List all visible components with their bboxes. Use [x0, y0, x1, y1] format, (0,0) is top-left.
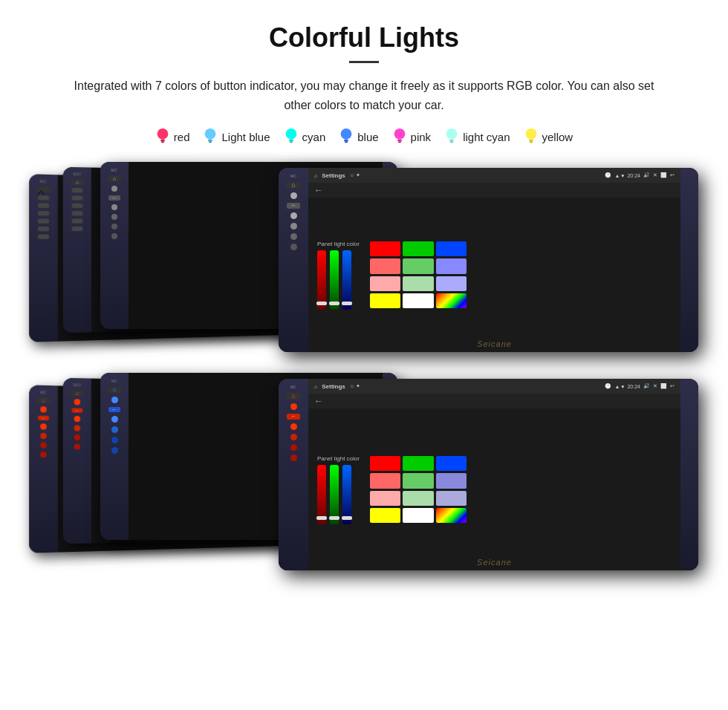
- title-divider: [349, 61, 379, 63]
- color-indicators-row: red Light blue cyan: [30, 128, 698, 146]
- bot-palette-rainbow[interactable]: [436, 508, 467, 523]
- svg-rect-4: [209, 140, 213, 142]
- time-display: 20:24: [627, 173, 640, 178]
- bot-feat-vol2-dot: [290, 455, 297, 461]
- feature-vol2-dot: [290, 244, 297, 250]
- top-d2-vol2-btn: [71, 227, 82, 231]
- feature-menu-dot: [290, 223, 297, 229]
- palette-lightgreen[interactable]: [403, 276, 433, 291]
- red-slider[interactable]: [317, 250, 326, 310]
- bot-feature-device: MC ⌂ ← ⌂ Settings ☼: [279, 379, 698, 570]
- svg-rect-11: [345, 142, 348, 143]
- bot-d1-home2: [40, 423, 47, 430]
- blue-slider-handle[interactable]: [342, 302, 352, 305]
- bot-palette-lightgreen[interactable]: [403, 491, 433, 506]
- svg-rect-1: [160, 140, 165, 142]
- header: Colorful Lights Integrated with 7 colors…: [30, 22, 698, 114]
- palette-lightblue[interactable]: [436, 276, 467, 291]
- palette-pink[interactable]: [370, 258, 400, 273]
- blue-bulb-icon: [339, 128, 354, 146]
- bot-screen-subbar: ←: [308, 394, 680, 408]
- blue-slider[interactable]: [342, 250, 351, 310]
- top-d3-mc-label: MC: [111, 168, 118, 172]
- svg-point-15: [446, 128, 458, 140]
- top-d1-home-btn: ⌂: [37, 187, 50, 193]
- bot-palette-purple[interactable]: [436, 473, 467, 488]
- top-d1-menu-btn: [38, 219, 49, 224]
- bot-red-handle[interactable]: [316, 516, 327, 520]
- top-d3-back-btn: ←: [108, 195, 120, 201]
- bot-palette-lightpink[interactable]: [370, 491, 400, 506]
- lightblue-bulb-icon: [203, 128, 218, 146]
- color-label-red: red: [174, 131, 190, 143]
- palette-yellow[interactable]: [370, 293, 400, 308]
- bot-green-slider[interactable]: [330, 465, 339, 524]
- top-devices-row: MC ⌂ RST ⌂: [30, 162, 698, 362]
- signal-icons: ▲ ♥: [614, 173, 624, 178]
- bot-feat-mc: MC: [290, 385, 296, 389]
- bot-blue-handle[interactable]: [342, 516, 352, 520]
- bot-palette-mint[interactable]: [403, 473, 433, 488]
- bot-red-slider[interactable]: [317, 465, 326, 524]
- top-d1-vol1-btn: [38, 227, 49, 231]
- bot-time: 20:24: [627, 384, 640, 389]
- bot-feat-vol1-dot: [290, 444, 297, 451]
- speaker-icon: 🔊: [643, 172, 650, 178]
- color-item-lightblue: Light blue: [203, 128, 270, 146]
- bot-d2-home2: [74, 416, 80, 422]
- top-d2-menu-btn: [71, 211, 82, 215]
- bot-d1-vol2: [40, 452, 47, 457]
- top-d3-vol1-dot: [111, 224, 117, 229]
- bot-green-handle[interactable]: [329, 516, 339, 520]
- bot-palette-green[interactable]: [403, 456, 433, 471]
- color-label-yellow: yellow: [542, 131, 573, 143]
- top-d2-vol1-btn: [71, 219, 82, 224]
- bot-palette-lightblue[interactable]: [436, 491, 467, 506]
- svg-rect-5: [209, 142, 212, 143]
- svg-point-0: [157, 128, 168, 140]
- green-slider-handle[interactable]: [329, 302, 339, 305]
- bot-d3-menu: [111, 426, 118, 433]
- palette-purple[interactable]: [436, 258, 467, 273]
- bot-palette-red[interactable]: [370, 456, 400, 471]
- bot-palette-white[interactable]: [403, 508, 433, 523]
- bot-palette-blue[interactable]: [436, 456, 467, 471]
- back-arrow[interactable]: ←: [314, 185, 323, 195]
- bot-d1-power: [40, 406, 47, 413]
- bot-blue-slider[interactable]: [342, 465, 351, 524]
- page-container: Colorful Lights Integrated with 7 colors…: [0, 0, 728, 609]
- palette-white[interactable]: [403, 293, 433, 308]
- bot-speaker: 🔊: [643, 383, 650, 389]
- feature-home-dot: [290, 212, 297, 219]
- color-item-pink: pink: [392, 128, 432, 146]
- top-d3-power-dot: [111, 186, 117, 192]
- palette-mint[interactable]: [403, 258, 433, 273]
- palette-lightpink[interactable]: [370, 276, 400, 291]
- palette-green[interactable]: [403, 241, 433, 256]
- bot-back-arrow[interactable]: ←: [314, 396, 323, 406]
- palette-blue[interactable]: [436, 241, 467, 256]
- red-slider-handle[interactable]: [316, 302, 327, 305]
- color-label-pink: pink: [411, 131, 432, 143]
- bot-settings-title: Settings: [322, 383, 345, 390]
- bot-d3-power: [111, 397, 118, 403]
- svg-rect-17: [450, 142, 453, 143]
- svg-rect-20: [530, 142, 533, 143]
- palette-rainbow[interactable]: [436, 293, 467, 308]
- lightcyan-bulb-icon: [444, 128, 459, 146]
- bot-d2-vol2: [74, 443, 80, 449]
- green-slider[interactable]: [330, 250, 339, 310]
- bot-palette-pink[interactable]: [370, 473, 400, 488]
- svg-rect-13: [397, 140, 402, 142]
- svg-point-6: [285, 128, 296, 140]
- svg-rect-8: [290, 142, 293, 143]
- svg-point-12: [394, 128, 405, 140]
- top-d2-home2-btn: [71, 203, 82, 208]
- bot-back: ↩: [670, 383, 675, 389]
- top-screen-subbar: ←: [308, 183, 680, 198]
- bot-screen-content: Panel light color: [308, 408, 680, 570]
- palette-red[interactable]: [370, 241, 400, 256]
- color-label-lightcyan: light cyan: [463, 131, 510, 143]
- bot-palette-yellow[interactable]: [370, 508, 400, 523]
- bot-d3-home: ⌂: [108, 387, 121, 393]
